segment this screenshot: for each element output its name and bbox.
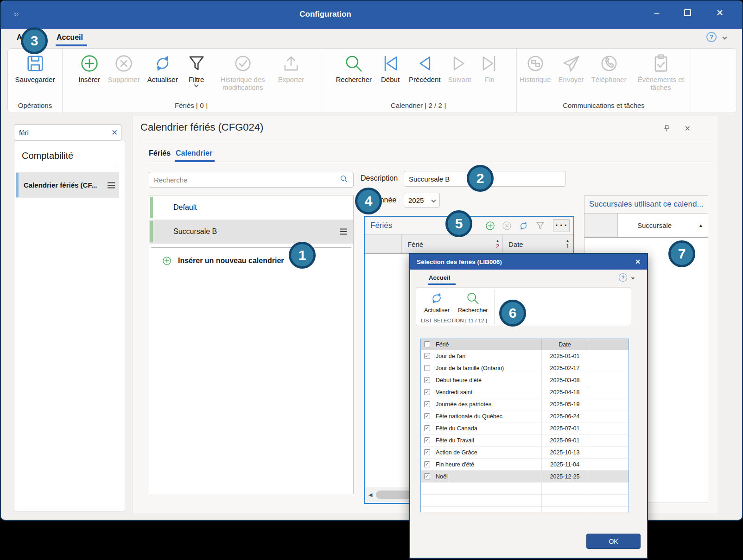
rechercher-button[interactable]: Rechercher: [333, 52, 375, 83]
circle-plus-icon: [161, 255, 172, 266]
supprimer-button[interactable]: Supprimer: [105, 52, 143, 83]
exporter-button[interactable]: Exporter: [275, 52, 307, 83]
select-all-checkbox[interactable]: [424, 341, 430, 347]
sauvegarder-button[interactable]: Sauvegarder: [13, 52, 58, 83]
historique-button[interactable]: Historique: [517, 52, 554, 83]
filtre-button[interactable]: Filtre: [183, 52, 210, 87]
checkbox-checked[interactable]: ✓: [424, 389, 430, 395]
checkbox-checked[interactable]: ✓: [424, 425, 430, 431]
close-button[interactable]: ✕: [716, 7, 724, 18]
table-row-fete-du-canada[interactable]: ✓Fête du Canada2025-07-01: [421, 422, 629, 434]
chevron-down-icon[interactable]: [631, 276, 635, 279]
search-icon[interactable]: [339, 174, 349, 185]
year-dropdown[interactable]: 2025: [404, 193, 440, 208]
add-row-icon[interactable]: [484, 220, 496, 232]
precedent-button[interactable]: Précédent: [406, 52, 443, 83]
button-label: Téléphoner: [591, 76, 627, 83]
tab-calendrier[interactable]: Calendrier: [176, 149, 212, 157]
checkbox-checked[interactable]: ✓: [424, 437, 430, 443]
checkbox-checked[interactable]: ✓: [424, 461, 430, 467]
search-icon: [343, 52, 365, 75]
dialog-tab-accueil[interactable]: Accueil: [429, 274, 450, 281]
menu-icon[interactable]: [339, 228, 348, 235]
tab-accueil[interactable]: Accueil: [57, 33, 83, 42]
checkbox-checked[interactable]: ✓: [424, 473, 430, 479]
filter-icon[interactable]: [534, 220, 546, 232]
column-header-ferie[interactable]: Férié ▲ 2: [402, 235, 503, 253]
table-row-debut-heure-d-ete[interactable]: ✓Début heure d'été2025-03-08: [421, 374, 629, 386]
table-row-vendredi-saint[interactable]: ✓Vendredi saint2025-04-18: [421, 386, 629, 398]
menu-icon[interactable]: [107, 182, 115, 189]
pin-icon[interactable]: [663, 125, 671, 132]
insert-link-label: Insérer un nouveau calendrier: [178, 257, 284, 265]
empty-cell: [588, 422, 629, 434]
column-header-date[interactable]: Date: [541, 339, 588, 350]
table-row-jour-de-l-an[interactable]: ✓Jour de l'an2025-01-01: [421, 350, 629, 362]
suivant-button[interactable]: Suivant: [445, 52, 474, 83]
sidebar-search-input[interactable]: [19, 129, 111, 137]
dialog-close-button[interactable]: ✕: [635, 258, 641, 265]
insert-new-calendar-link[interactable]: Insérer un nouveau calendrier: [149, 248, 353, 266]
actualiser-button[interactable]: Actualiser: [420, 290, 454, 314]
holiday-date: 2025-05-19: [541, 398, 588, 410]
send-icon: [560, 52, 582, 75]
column-header-succursale[interactable]: Succursale ▲: [618, 214, 708, 237]
next-icon: [448, 52, 470, 75]
empty-table-row: [421, 495, 629, 507]
holiday-name: Début heure d'été: [433, 377, 541, 384]
column-header-date[interactable]: Date ▲ 1: [503, 235, 573, 253]
checkbox-checked[interactable]: ✓: [424, 353, 430, 359]
inserer-button[interactable]: Insérer: [76, 52, 103, 83]
close-panel-icon[interactable]: ✕: [685, 124, 691, 133]
evenements-et-taches-button[interactable]: Événements et tâches: [631, 52, 691, 92]
scroll-left-icon[interactable]: ◀: [368, 492, 372, 498]
refresh-icon[interactable]: [518, 220, 529, 232]
ok-button[interactable]: OK: [586, 534, 641, 549]
checkbox-checked[interactable]: ✓: [424, 449, 430, 455]
empty-cell: [588, 362, 629, 374]
checkbox-unchecked[interactable]: [424, 365, 430, 371]
table-row-jour-de-la-famille-ontario[interactable]: Jour de la famille (Ontario)2025-02-17: [421, 362, 629, 374]
clear-search-icon[interactable]: ✕: [111, 128, 118, 138]
more-options-button[interactable]: • • •: [553, 219, 570, 232]
app-menu-icon[interactable]: [12, 10, 20, 19]
checkbox-checked[interactable]: ✓: [424, 413, 430, 419]
chevron-down-icon[interactable]: [194, 83, 199, 88]
chevron-down-icon[interactable]: [723, 35, 727, 39]
maximize-button[interactable]: [684, 9, 691, 16]
minimize-button[interactable]: –: [654, 8, 660, 18]
sidebar-item-calendrier-feries[interactable]: Calendrier fériés (CF...: [16, 172, 119, 198]
button-label: Envoyer: [559, 76, 584, 83]
checkbox-checked[interactable]: ✓: [424, 377, 430, 383]
table-row-noel[interactable]: ✓Noël2025-12-25: [421, 471, 629, 483]
sidebar-panel: Comptabilité Calendrier fériés (CF...: [14, 141, 125, 511]
column-header-ferie[interactable]: Férié: [433, 341, 541, 348]
dialog-title-bar: Sélection des fériés (LIB006) ✕: [410, 254, 647, 270]
tab-feries[interactable]: Fériés: [149, 149, 171, 157]
debut-button[interactable]: Début: [376, 52, 404, 83]
selection-accent-bar: [16, 173, 19, 197]
calendar-list-item-default[interactable]: Default: [149, 195, 353, 220]
holiday-name: Vendredi saint: [433, 389, 541, 396]
help-icon[interactable]: ?: [706, 32, 717, 42]
fin-button[interactable]: Fin: [476, 52, 503, 83]
checkbox-checked[interactable]: ✓: [424, 401, 430, 407]
delete-row-icon[interactable]: [501, 220, 513, 232]
empty-cell: [588, 434, 629, 446]
annotation-badge-3: 3: [21, 27, 48, 54]
table-row-action-de-grace[interactable]: ✓Action de Grâce2025-10-13: [421, 447, 629, 459]
table-row-journee-des-patriotes[interactable]: ✓Journée des patriotes2025-05-19: [421, 398, 629, 410]
rechercher-button[interactable]: Rechercher: [454, 290, 492, 314]
table-row-fete-nationale-du-quebec[interactable]: ✓Fête nationale du Québec2025-06-24: [421, 410, 629, 422]
table-row-fete-du-travail[interactable]: ✓Fête du Travail2025-09-01: [421, 434, 629, 447]
envoyer-button[interactable]: Envoyer: [556, 52, 587, 83]
telephoner-button[interactable]: Téléphoner: [589, 52, 629, 83]
empty-cell: [588, 374, 629, 386]
calendar-search-input[interactable]: [154, 176, 339, 184]
help-icon[interactable]: ?: [619, 273, 627, 282]
historique-des-modifications-button[interactable]: Historique des modifications: [212, 52, 273, 92]
calendar-list-item-succursale-b[interactable]: Succursale B: [149, 220, 353, 244]
button-label: Rechercher: [336, 76, 372, 83]
actualiser-button[interactable]: Actualiser: [145, 52, 181, 83]
table-row-fin-heure-d-ete[interactable]: ✓Fin heure d'été2025-11-04: [421, 459, 629, 471]
